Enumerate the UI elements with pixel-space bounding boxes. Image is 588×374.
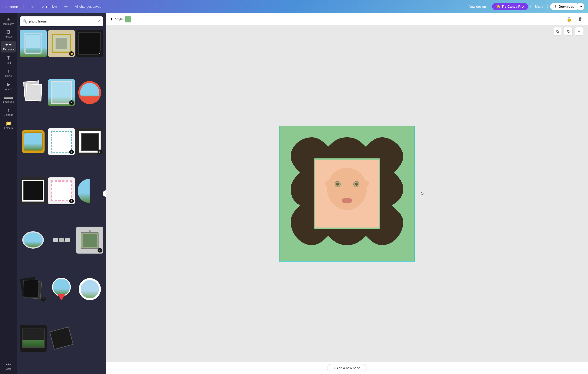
music-icon: ♪: [7, 69, 10, 73]
svg-point-17: [336, 183, 339, 186]
frame-item-15[interactable]: £: [76, 227, 103, 254]
text-label: Text: [6, 61, 11, 64]
uploads-icon: ↑: [7, 108, 10, 113]
rotate-handle[interactable]: ↻: [420, 191, 424, 196]
delete-icon-button[interactable]: 🗑: [576, 16, 584, 23]
try-pro-button[interactable]: 👑 Try Canva Pro: [492, 3, 528, 10]
svg-point-18: [355, 183, 358, 186]
download-icon: ⬇: [555, 5, 557, 9]
sidebar-item-music[interactable]: ♪ Music: [1, 67, 16, 79]
templates-icon: ⊞: [7, 17, 10, 21]
frame-item-10[interactable]: [20, 177, 47, 204]
new-design-button[interactable]: New design: [465, 3, 490, 10]
background-label: Bkground: [3, 100, 14, 103]
frame-item-7[interactable]: [20, 128, 47, 155]
sidebar-item-videos[interactable]: ▶ Videos: [1, 80, 16, 92]
frame-item-9[interactable]: £: [76, 128, 103, 155]
ornate-frame-svg: [288, 135, 406, 252]
style-controls: ✦ Style: [110, 16, 131, 22]
sidebar-item-text[interactable]: T Text: [1, 53, 16, 66]
photos-icon: 🖼: [6, 30, 10, 34]
text-icon: T: [7, 55, 10, 61]
svg-rect-5: [83, 234, 97, 247]
folders-label: Folders: [4, 126, 13, 129]
canvas-frame[interactable]: ↻: [279, 126, 415, 261]
elements-icon: ✦✦: [5, 43, 12, 47]
download-label: Download: [559, 5, 574, 9]
music-label: Music: [5, 74, 12, 77]
search-bar[interactable]: 🔍 ✕: [20, 16, 103, 26]
search-icon: 🔍: [22, 19, 27, 24]
chevron-left-icon: ‹: [6, 5, 7, 9]
sidebar-icons: ⊞ Templates 🖼 Photos ✦✦ Elements T Text …: [0, 13, 17, 374]
clear-search-icon[interactable]: ✕: [97, 19, 100, 24]
canvas-content: [279, 126, 415, 261]
canvas-action-buttons: ⧉ ⧉ ＋: [553, 27, 583, 36]
frame-item-5[interactable]: £: [48, 79, 75, 106]
paid-badge-11: £: [69, 199, 74, 203]
frame-item-4[interactable]: [20, 79, 47, 106]
frame-item-11[interactable]: £: [48, 177, 75, 204]
nav-right-actions: New design 👑 Try Canva Pro Share ⬇ Downl…: [465, 3, 584, 10]
more-icon: •••: [6, 362, 11, 366]
results-grid: 👑 £ £: [17, 29, 106, 374]
frame-item-14[interactable]: [48, 227, 75, 254]
download-button[interactable]: ⬇ Download: [550, 3, 579, 10]
frame-item-3[interactable]: £: [76, 30, 103, 57]
duplicate-frame-button[interactable]: ⧉: [553, 27, 562, 36]
resize-icon: ⤢: [42, 5, 44, 9]
more-label: More: [5, 367, 11, 370]
style-bar-right: 🔒 🗑: [565, 16, 584, 23]
frame-item-8[interactable]: £: [48, 128, 75, 155]
crown-icon: 👑: [496, 5, 500, 9]
frame-item-2[interactable]: 👑: [48, 30, 75, 57]
frame-item-13[interactable]: [20, 227, 47, 254]
frame-item-1[interactable]: [20, 30, 47, 57]
download-dropdown-button[interactable]: ▾: [578, 3, 584, 10]
file-label: File: [29, 5, 34, 9]
sidebar-item-photos[interactable]: 🖼 Photos: [1, 28, 16, 40]
search-panel: 🔍 ✕: [17, 13, 106, 374]
canvas-area: ✦ Style 🔒 🗑 ⧉ ⧉ ＋: [106, 13, 588, 374]
frame-item-16[interactable]: £: [20, 276, 47, 303]
frame-item-20[interactable]: [48, 325, 75, 352]
add-page-button[interactable]: + Add a new page: [327, 364, 367, 372]
paid-badge-9: £: [97, 149, 102, 154]
sidebar-item-folders[interactable]: 📁 Folders: [1, 119, 16, 131]
add-button[interactable]: ＋: [575, 27, 583, 36]
canvas-scroll[interactable]: ↻: [106, 25, 588, 362]
frame-item-18[interactable]: [76, 276, 103, 303]
sidebar-item-more[interactable]: ••• More: [1, 360, 16, 372]
search-input[interactable]: [29, 20, 95, 23]
sidebar-item-templates[interactable]: ⊞ Templates: [1, 15, 16, 27]
style-label: Style: [115, 17, 123, 21]
share-button[interactable]: Share: [530, 3, 548, 10]
undo-icon: ↩: [64, 4, 68, 9]
undo-button[interactable]: ↩: [62, 3, 70, 10]
sidebar-item-background[interactable]: ▬▬ Bkground: [1, 93, 16, 105]
style-bar: ✦ Style 🔒 🗑: [106, 13, 588, 25]
sidebar-item-elements[interactable]: ✦✦ Elements: [1, 41, 16, 52]
search-bar-wrapper: 🔍 ✕: [17, 13, 106, 29]
frame-item-12[interactable]: [76, 177, 103, 204]
frame-item-6[interactable]: [76, 79, 103, 106]
canvas-wrapper: ↻: [279, 126, 415, 261]
pro-badge-2: 👑: [69, 51, 74, 56]
copy-button[interactable]: ⧉: [564, 27, 573, 36]
try-pro-label: Try Canva Pro: [502, 5, 524, 9]
lock-icon-button[interactable]: 🔒: [565, 16, 573, 23]
nav-divider: [23, 4, 23, 9]
sidebar-item-uploads[interactable]: ↑ Uploads: [1, 106, 16, 118]
resize-button[interactable]: ⤢ Resize: [39, 3, 59, 10]
photos-label: Photos: [4, 35, 12, 38]
elements-label: Elements: [3, 48, 14, 51]
frame-item-19[interactable]: [20, 325, 47, 352]
home-label: Home: [9, 5, 18, 9]
svg-point-8: [327, 168, 367, 210]
background-icon: ▬▬: [4, 95, 13, 99]
svg-rect-1: [26, 35, 40, 49]
file-button[interactable]: File: [26, 3, 37, 10]
home-button[interactable]: ‹ Home: [4, 3, 21, 10]
frame-item-17[interactable]: [48, 276, 75, 303]
color-swatch[interactable]: [125, 16, 131, 22]
